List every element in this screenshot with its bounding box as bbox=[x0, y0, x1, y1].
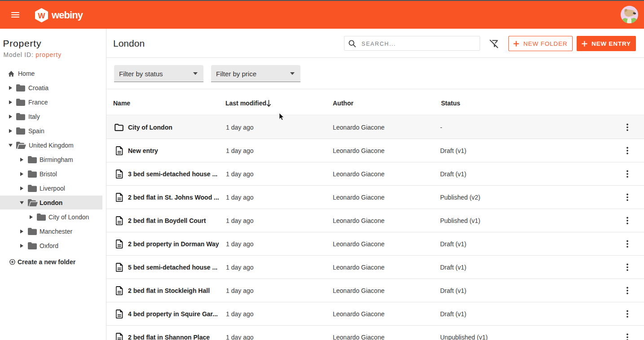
svg-text:W: W bbox=[38, 12, 45, 20]
